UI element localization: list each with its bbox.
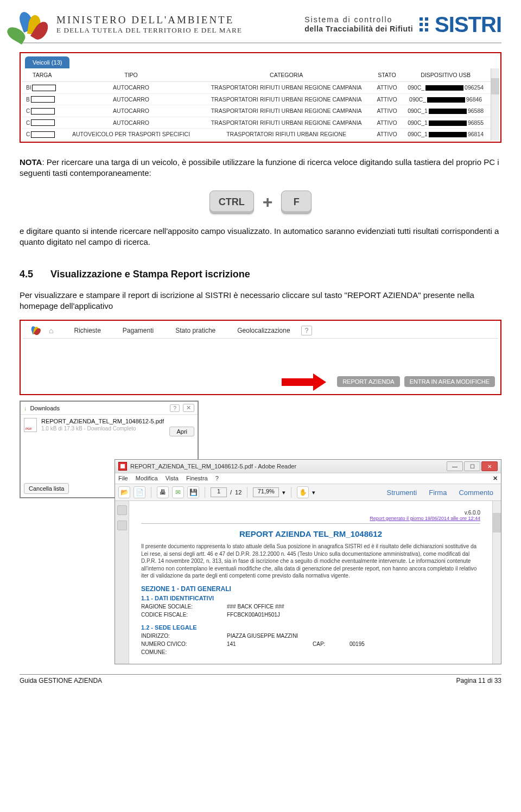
create-pdf-icon[interactable]: 📄 (134, 486, 145, 498)
table-row[interactable]: BAUTOCARROTRASPORTATORI RIFIUTI URBANI R… (22, 93, 491, 105)
adobe-menu-modifica[interactable]: Modifica (136, 475, 158, 482)
open-icon[interactable]: 📂 (118, 486, 130, 498)
menubar-buttons: REPORT AZIENDA ENTRA IN AREA MODIFICHE (23, 371, 498, 392)
commento-tab[interactable]: Commento (454, 487, 498, 498)
menu-help[interactable]: ? (301, 326, 313, 335)
minimize-button[interactable]: — (447, 461, 463, 471)
downloads-titlebar: ↓ Downloads ? ✕ (21, 402, 198, 415)
downloads-help-button[interactable]: ? (170, 404, 180, 412)
menu-pagamenti[interactable]: Pagamenti (112, 323, 164, 338)
veicoli-scrollbar[interactable] (491, 68, 499, 141)
menubar-screenshot: ⌂ Richieste Pagamenti Stato pratiche Geo… (20, 320, 501, 395)
apri-button[interactable]: Apri (169, 427, 194, 436)
save-icon[interactable]: 💾 (187, 486, 199, 498)
table-row[interactable]: CAUTOVEICOLO PER TRASPORTI SPECIFICITRAS… (22, 129, 491, 141)
cap-key: CAP: (313, 641, 345, 647)
zoom-input[interactable]: 71,9% (253, 487, 279, 497)
sistri-logo: SISTRI (435, 12, 501, 37)
nota-label: NOTA (20, 157, 42, 167)
adobe-menu-vista[interactable]: Vista (166, 475, 179, 482)
adobe-titlebar: REPORT_AZIENDA_TEL_RM_1048612-5.pdf - Ad… (115, 460, 501, 473)
cf-key: CODICE FISCALE: (141, 612, 223, 618)
table-row[interactable]: CAUTOCARROTRASPORTATORI RIFIUTI URBANI R… (22, 105, 491, 117)
plus-icon: + (263, 192, 273, 212)
adobe-title: REPORT_AZIENDA_TEL_RM_1048612-5.pdf - Ad… (130, 463, 443, 470)
page-total: 12 (235, 489, 242, 496)
num-val: 141 (227, 641, 308, 647)
sistri-dots-icon (417, 17, 430, 31)
hand-tool-icon[interactable]: ✋ (297, 486, 309, 498)
close-button[interactable]: ✕ (481, 461, 498, 471)
firma-tab[interactable]: Firma (424, 487, 451, 498)
adobe-menu-finestra[interactable]: Finestra (186, 475, 208, 482)
adobe-icon (118, 462, 127, 471)
download-item: REPORT_AZIENDA_TEL_RM_1048612-5.pdf Apri… (21, 415, 198, 440)
section-number: 4.5 (20, 269, 48, 280)
menu-richieste[interactable]: Richieste (63, 323, 111, 338)
cancella-lista-button[interactable]: Cancella lista (24, 483, 69, 494)
doc-body: Il presente documento rappresenta lo sta… (141, 543, 480, 580)
doc-sect1: SEZIONE 1 - DATI GENERALI (141, 585, 480, 593)
adobe-doc-close[interactable]: ✕ (493, 475, 498, 482)
adobe-menu-help[interactable]: ? (215, 475, 219, 482)
ctrl-f-illustration: CTRL + F (20, 191, 501, 214)
download-filename: REPORT_AZIENDA_TEL_RM_1048612-5.pdf (41, 418, 194, 424)
nota-body: : Per ricercare una targa di un veicolo,… (20, 157, 499, 177)
app-menubar: ⌂ Richieste Pagamenti Stato pratiche Geo… (23, 323, 498, 339)
num-key: NUMERO CIVICO: (141, 641, 223, 647)
doc-sub12: 1.2 - SEDE LEGALE (141, 624, 480, 631)
downloads-close-button[interactable]: ✕ (183, 404, 194, 412)
com-key: COMUNE: (141, 649, 223, 655)
doc-sub11: 1.1 - DATI IDENTIFICATIVI (141, 595, 480, 601)
menu-geolocalizzazione[interactable]: Geolocalizzazione (226, 323, 301, 338)
col-targa: TARGA (22, 68, 63, 82)
col-categoria: CATEGORIA (200, 68, 373, 82)
app-logo-icon[interactable] (30, 325, 41, 336)
nota-paragraph: NOTA: Per ricercare una targa di un veic… (20, 157, 501, 179)
attachments-icon[interactable] (117, 521, 127, 530)
ragione-key: RAGIONE SOCIALE: (141, 604, 223, 610)
col-tipo: TIPO (63, 68, 200, 82)
adobe-scrollbar[interactable] (492, 501, 501, 664)
col-usb: DISPOSITIVO USB (401, 68, 491, 82)
header-right: Sistema di controllo della Tracciabilità… (304, 12, 501, 37)
page-current-input[interactable]: 1 (211, 487, 227, 497)
adobe-menu-file[interactable]: File (118, 475, 128, 482)
strumenti-tab[interactable]: Strumenti (383, 487, 422, 498)
doc-generated: Report generato il giorno 19/06/2014 all… (141, 516, 480, 521)
annotation-arrow (282, 373, 331, 390)
menu-stato-pratiche[interactable]: Stato pratiche (164, 323, 226, 338)
zoom-dropdown-icon[interactable]: ▾ (282, 489, 285, 496)
print-icon[interactable]: 🖶 (157, 486, 169, 498)
table-row[interactable]: BIAUTOCARROTRASPORTATORI RIFIUTI URBANI … (22, 82, 491, 94)
table-row[interactable]: CAUTOCARROTRASPORTATORI RIFIUTI URBANI R… (22, 117, 491, 129)
ragione-val: ### BACK OFFICE ### (227, 604, 480, 610)
ministry-line2: E DELLA TUTELA DEL TERRITORIO E DEL MARE (56, 26, 295, 35)
thumbnails-icon[interactable] (117, 505, 127, 515)
tool-dropdown-icon[interactable]: ▾ (312, 489, 315, 496)
veicoli-table: TARGA TIPO CATEGORIA STATO DISPOSITIVO U… (22, 68, 491, 141)
email-icon[interactable]: ✉ (172, 486, 184, 498)
home-icon[interactable]: ⌂ (49, 326, 53, 335)
after-keys-paragraph: e digitare quanto si intende ricercare n… (20, 226, 501, 248)
cf-val: FFCBCK00A01H501J (227, 612, 480, 618)
download-icon: ↓ (24, 405, 27, 411)
col-stato: STATO (373, 68, 401, 82)
adobe-document: v.6.0.0 Report generato il giorno 19/06/… (129, 501, 492, 664)
sistri-tagline: Sistema di controllo della Tracciabilità… (304, 15, 413, 34)
report-azienda-button[interactable]: REPORT AZIENDA (337, 376, 400, 387)
veicoli-tab[interactable]: Veicoli (13) (25, 56, 69, 68)
table-header: TARGA TIPO CATEGORIA STATO DISPOSITIVO U… (22, 68, 491, 82)
doc-version: v.6.0.0 (141, 510, 480, 516)
section-heading: 4.5 Visualizzazione e Stampa Report iscr… (20, 269, 501, 280)
section-body: Per visualizzare e stampare il report di… (20, 290, 501, 312)
pdf-file-icon (24, 418, 37, 432)
footer-right: Pagina 11 di 33 (456, 677, 501, 684)
doc-title: REPORT AZIENDA TEL_RM_1048612 (141, 529, 480, 538)
cap-val: 00195 (350, 641, 365, 647)
maximize-button[interactable]: ☐ (464, 461, 480, 471)
ind-key: INDIRIZZO: (141, 633, 223, 639)
adobe-menubar: File Modifica Vista Finestra ? ✕ (115, 473, 501, 484)
entra-modifiche-button[interactable]: ENTRA IN AREA MODIFICHE (404, 376, 495, 387)
document-header: MINISTERO DELL'AMBIENTE E DELLA TUTELA D… (20, 11, 501, 43)
